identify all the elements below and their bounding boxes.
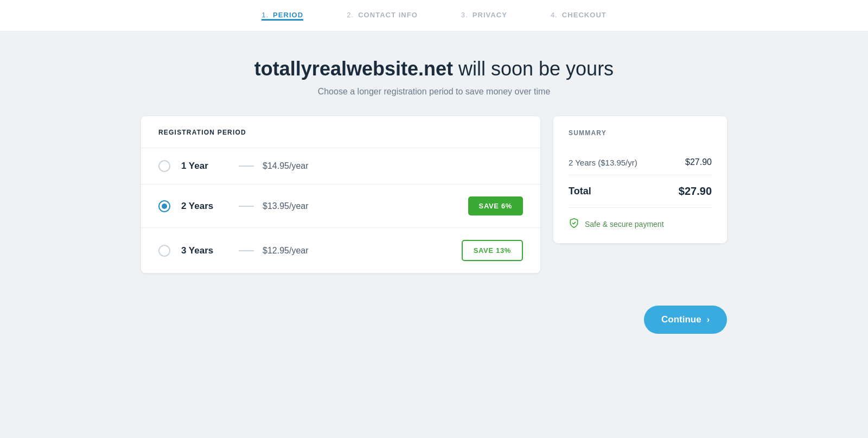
- option-1year-label: 1 Year: [181, 161, 230, 172]
- step-period[interactable]: 1. PERIOD: [261, 11, 303, 21]
- save-13-badge: SAVE 13%: [462, 240, 523, 261]
- step-1-label: PERIOD: [273, 11, 303, 19]
- step-3-label: PRIVACY: [473, 11, 507, 19]
- step-2-num: 2.: [347, 11, 354, 19]
- step-2-label: CONTACT INFO: [358, 11, 418, 19]
- option-2years[interactable]: 2 Years $13.95/year SAVE 6%: [141, 185, 540, 228]
- registration-panel: REGISTRATION PERIOD 1 Year $14.95/year 2…: [141, 116, 540, 273]
- option-3years-label: 3 Years: [181, 245, 230, 256]
- radio-2years[interactable]: [158, 200, 170, 212]
- option-1year-price: $14.95/year: [263, 161, 309, 171]
- registration-panel-header: REGISTRATION PERIOD: [141, 116, 540, 148]
- step-1-num: 1.: [261, 11, 269, 19]
- secure-payment: Safe & secure payment: [569, 208, 712, 230]
- step-4-num: 4.: [551, 11, 558, 19]
- option-2years-price: $13.95/year: [263, 201, 309, 211]
- summary-line-label: 2 Years ($13.95/yr): [569, 158, 637, 167]
- option-3years[interactable]: 3 Years $12.95/year SAVE 13%: [141, 228, 540, 273]
- summary-total-value: $27.90: [679, 185, 712, 198]
- radio-3years[interactable]: [158, 245, 170, 257]
- continue-button[interactable]: Continue ›: [644, 306, 727, 334]
- option-2years-label: 2 Years: [181, 201, 230, 212]
- registration-period-label: REGISTRATION PERIOD: [158, 129, 246, 136]
- step-contact-info[interactable]: 2. CONTACT INFO: [347, 11, 418, 20]
- option-divider-3: [239, 250, 254, 251]
- step-privacy[interactable]: 3. PRIVACY: [461, 11, 507, 20]
- hero-section: totallyrealwebsite.net will soon be your…: [0, 31, 868, 116]
- hero-title-suffix: will soon be yours: [453, 58, 614, 80]
- main-content: REGISTRATION PERIOD 1 Year $14.95/year 2…: [108, 116, 760, 306]
- summary-line-value: $27.90: [685, 157, 712, 167]
- radio-inner-2years: [162, 204, 167, 209]
- hero-subtitle: Choose a longer registration period to s…: [11, 87, 857, 97]
- save-6-badge: SAVE 6%: [468, 196, 523, 215]
- summary-total: Total $27.90: [569, 175, 712, 208]
- shield-icon: [569, 218, 579, 230]
- step-3-num: 3.: [461, 11, 468, 19]
- domain-name: totallyrealwebsite.net: [254, 58, 453, 80]
- summary-total-label: Total: [569, 186, 591, 197]
- chevron-right-icon: ›: [707, 315, 710, 325]
- radio-1year[interactable]: [158, 160, 170, 172]
- option-1year[interactable]: 1 Year $14.95/year: [141, 148, 540, 185]
- step-4-label: CHECKOUT: [562, 11, 607, 19]
- option-divider: [239, 166, 254, 167]
- continue-btn-container: Continue ›: [108, 306, 760, 350]
- steps-nav: 1. PERIOD 2. CONTACT INFO 3. PRIVACY 4. …: [0, 0, 868, 31]
- continue-label: Continue: [661, 314, 701, 325]
- step-checkout[interactable]: 4. CHECKOUT: [551, 11, 607, 20]
- summary-panel: SUMMARY 2 Years ($13.95/yr) $27.90 Total…: [553, 116, 727, 243]
- option-divider-2: [239, 206, 254, 207]
- secure-payment-text: Safe & secure payment: [585, 220, 664, 228]
- option-3years-price: $12.95/year: [263, 246, 309, 256]
- summary-header: SUMMARY: [569, 129, 712, 137]
- summary-line-item: 2 Years ($13.95/yr) $27.90: [569, 150, 712, 175]
- hero-title: totallyrealwebsite.net will soon be your…: [11, 58, 857, 80]
